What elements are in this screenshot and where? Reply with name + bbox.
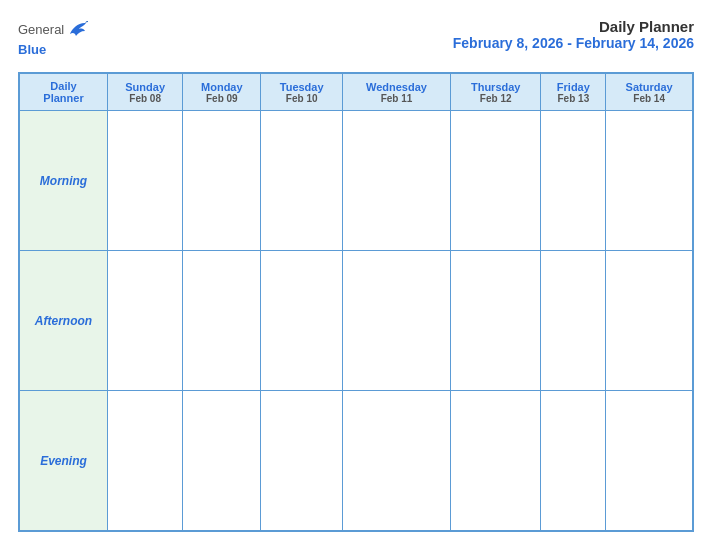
calendar-header-row: Daily Planner Sunday Feb 08 Monday Feb 0… [20, 74, 693, 111]
day-header-wednesday: Wednesday Feb 11 [342, 74, 450, 111]
cell-morning-wednesday[interactable] [342, 111, 450, 251]
header: General Blue Daily Planner February 8, 2… [18, 18, 694, 58]
row-label-evening: Evening [20, 391, 108, 531]
day-header-sunday: Sunday Feb 08 [108, 74, 183, 111]
day-date-monday: Feb 09 [187, 93, 256, 104]
row-label-afternoon: Afternoon [20, 251, 108, 391]
calendar-container: Daily Planner Sunday Feb 08 Monday Feb 0… [18, 72, 694, 532]
cell-evening-wednesday[interactable] [342, 391, 450, 531]
cell-evening-thursday[interactable] [451, 391, 541, 531]
day-name-thursday: Thursday [455, 81, 536, 93]
day-header-saturday: Saturday Feb 14 [606, 74, 693, 111]
label-header-line2: Planner [24, 92, 103, 104]
day-name-tuesday: Tuesday [265, 81, 338, 93]
cell-morning-tuesday[interactable] [261, 111, 343, 251]
cell-afternoon-wednesday[interactable] [342, 251, 450, 391]
day-date-friday: Feb 13 [545, 93, 601, 104]
day-header-tuesday: Tuesday Feb 10 [261, 74, 343, 111]
day-name-wednesday: Wednesday [347, 81, 446, 93]
page: General Blue Daily Planner February 8, 2… [0, 0, 712, 550]
day-header-monday: Monday Feb 09 [183, 74, 261, 111]
day-date-saturday: Feb 14 [610, 93, 688, 104]
cell-morning-friday[interactable] [541, 111, 606, 251]
day-date-tuesday: Feb 10 [265, 93, 338, 104]
day-date-wednesday: Feb 11 [347, 93, 446, 104]
cell-evening-tuesday[interactable] [261, 391, 343, 531]
cell-afternoon-saturday[interactable] [606, 251, 693, 391]
cell-afternoon-thursday[interactable] [451, 251, 541, 391]
logo-blue-text: Blue [18, 42, 46, 57]
label-header-cell: Daily Planner [20, 74, 108, 111]
row-evening: Evening [20, 391, 693, 531]
title-date-range: February 8, 2026 - February 14, 2026 [453, 35, 694, 51]
day-date-sunday: Feb 08 [112, 93, 178, 104]
day-date-thursday: Feb 12 [455, 93, 536, 104]
label-header-line1: Daily [24, 80, 103, 92]
day-name-friday: Friday [545, 81, 601, 93]
row-morning: Morning [20, 111, 693, 251]
day-name-saturday: Saturday [610, 81, 688, 93]
logo-general-text: General [18, 22, 64, 37]
day-header-friday: Friday Feb 13 [541, 74, 606, 111]
calendar-table: Daily Planner Sunday Feb 08 Monday Feb 0… [19, 73, 693, 531]
cell-morning-thursday[interactable] [451, 111, 541, 251]
cell-evening-monday[interactable] [183, 391, 261, 531]
day-name-monday: Monday [187, 81, 256, 93]
cell-evening-saturday[interactable] [606, 391, 693, 531]
day-name-sunday: Sunday [112, 81, 178, 93]
logo: General Blue [18, 18, 88, 58]
cell-afternoon-friday[interactable] [541, 251, 606, 391]
logo-bird-icon [66, 18, 88, 40]
cell-morning-sunday[interactable] [108, 111, 183, 251]
title-main: Daily Planner [453, 18, 694, 35]
day-header-thursday: Thursday Feb 12 [451, 74, 541, 111]
cell-morning-monday[interactable] [183, 111, 261, 251]
row-afternoon: Afternoon [20, 251, 693, 391]
cell-evening-sunday[interactable] [108, 391, 183, 531]
cell-afternoon-tuesday[interactable] [261, 251, 343, 391]
cell-evening-friday[interactable] [541, 391, 606, 531]
cell-morning-saturday[interactable] [606, 111, 693, 251]
row-label-morning: Morning [20, 111, 108, 251]
cell-afternoon-sunday[interactable] [108, 251, 183, 391]
header-title: Daily Planner February 8, 2026 - Februar… [453, 18, 694, 51]
cell-afternoon-monday[interactable] [183, 251, 261, 391]
